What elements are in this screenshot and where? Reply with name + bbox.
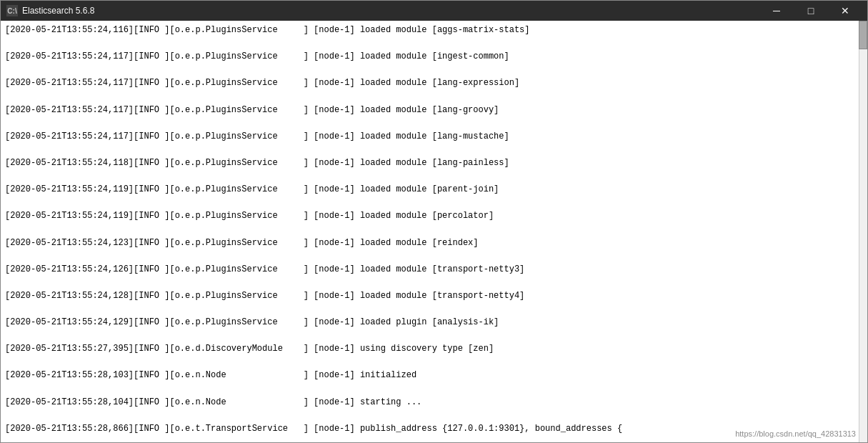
log-line: [2020-05-21T13:55:24,128][INFO ][o.e.p.P… [5,289,854,303]
window-controls: ─ □ ✕ [760,1,862,21]
log-line: [2020-05-21T13:55:24,119][INFO ][o.e.p.P… [5,209,854,223]
console-output: [2020-05-21T13:55:24,116][INFO ][o.e.p.P… [1,21,859,442]
title-bar: C:\ Elasticsearch 5.6.8 ─ □ ✕ [1,1,867,21]
log-line: [2020-05-21T13:55:24,117][INFO ][o.e.p.P… [5,104,854,117]
console-area: [2020-05-21T13:55:24,116][INFO ][o.e.p.P… [1,21,867,442]
log-line: [2020-05-21T13:55:24,119][INFO ][o.e.p.P… [5,183,854,196]
close-button[interactable]: ✕ [829,1,862,21]
app-icon: C:\ [6,5,18,16]
log-line: [2020-05-21T13:55:24,129][INFO ][o.e.p.P… [5,316,854,329]
log-line: [2020-05-21T13:55:24,118][INFO ][o.e.p.P… [5,156,854,170]
log-line: [2020-05-21T13:55:24,117][INFO ][o.e.p.P… [5,76,854,90]
log-line: [2020-05-21T13:55:27,395][INFO ][o.e.d.D… [5,342,854,356]
log-line: [2020-05-21T13:55:28,103][INFO ][o.e.n.N… [5,369,854,382]
log-line: [2020-05-21T13:55:28,866][INFO ][o.e.t.T… [5,422,854,436]
log-line: [2020-05-21T13:55:24,117][INFO ][o.e.p.P… [5,50,854,64]
log-line: [2020-05-21T13:55:24,116][INFO ][o.e.p.P… [5,24,854,37]
log-line: [2020-05-21T13:55:24,117][INFO ][o.e.p.P… [5,130,854,144]
log-line: [2020-05-21T13:55:24,123][INFO ][o.e.p.P… [5,237,854,250]
maximize-button[interactable]: □ [794,1,827,21]
window-title: Elasticsearch 5.6.8 [22,6,760,16]
main-window: C:\ Elasticsearch 5.6.8 ─ □ ✕ [2020-05-2… [0,0,868,443]
log-line: [2020-05-21T13:55:24,126][INFO ][o.e.p.P… [5,263,854,277]
minimize-button[interactable]: ─ [760,1,793,21]
scrollbar-thumb[interactable] [859,21,867,49]
scrollbar[interactable] [859,21,867,442]
log-line: [2020-05-21T13:55:28,104][INFO ][o.e.n.N… [5,396,854,409]
